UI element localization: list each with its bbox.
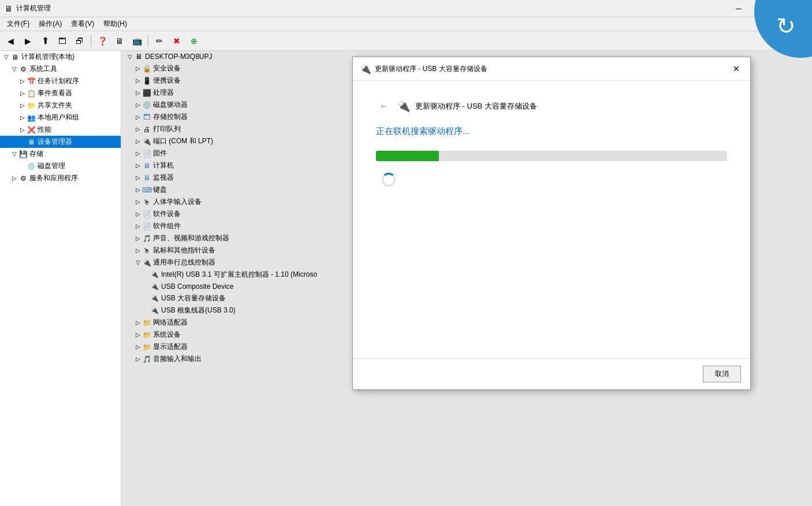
menu-action[interactable]: 操作(A) — [34, 18, 66, 30]
title-bar-controls: ─ □ ✕ — [725, 0, 807, 17]
perf-icon: ❌ — [27, 125, 36, 135]
expand-system-tools: ▽ — [10, 65, 18, 73]
perf-label: 性能 — [38, 125, 51, 135]
tree-event-viewer[interactable]: ▷ 📋 事件查看器 — [0, 87, 121, 99]
toolbar-separator-1 — [91, 35, 91, 47]
dialog-nav-title: 更新驱动程序 - USB 大容量存储设备 — [415, 101, 537, 111]
services-label: 服务和应用程序 — [29, 173, 78, 183]
dialog-title-text: 更新驱动程序 - USB 大容量存储设备 — [375, 64, 729, 74]
dialog-back-button[interactable]: ← — [376, 98, 392, 114]
dialog-close-button[interactable]: ✕ — [729, 62, 743, 76]
toolbar-new-window[interactable]: 🗗 — [72, 33, 88, 49]
tree-local-users[interactable]: ▷ 👥 本地用户和组 — [0, 111, 121, 124]
menu-help[interactable]: 帮助(H) — [99, 18, 132, 30]
toolbar: ◀ ▶ ⬆ 🗔 🗗 ❓ 🖥 📺 ✏ ✖ ⊕ — [0, 31, 812, 51]
dialog-footer: 取消 — [353, 358, 750, 389]
expand-perf: ▷ — [18, 126, 27, 134]
tree-expand-root: ▽ — [2, 53, 10, 61]
dialog-title-icon: 🔌 — [360, 64, 370, 74]
dialog-body: ← 🔌 更新驱动程序 - USB 大容量存储设备 正在联机搜索驱动程序... — [353, 81, 750, 358]
loading-spinner — [382, 173, 396, 187]
device-label: 设备管理器 — [38, 137, 72, 147]
progress-bar-fill — [376, 151, 439, 161]
computer-icon: 🖥 — [10, 53, 20, 62]
menu-file[interactable]: 文件(F) — [2, 18, 34, 30]
title-bar: 🖥 计算机管理 ─ □ ✕ — [0, 0, 812, 17]
maximize-button[interactable]: □ — [753, 0, 780, 17]
expand-device — [18, 138, 27, 146]
system-tools-icon: ⚙ — [18, 65, 28, 74]
event-icon: 📋 — [27, 89, 36, 98]
users-label: 本地用户和组 — [38, 113, 79, 122]
menu-view[interactable]: 查看(V) — [66, 18, 99, 30]
expand-users: ▷ — [18, 114, 27, 122]
minimize-button[interactable]: ─ — [725, 0, 752, 17]
toolbar-add[interactable]: ⊕ — [186, 33, 202, 49]
tree-root-label: 计算机管理(本地) — [21, 52, 75, 62]
tree-performance[interactable]: ▷ ❌ 性能 — [0, 124, 121, 136]
shared-label: 共享文件夹 — [38, 101, 72, 110]
tree-disk-mgmt[interactable]: 💿 磁盘管理 — [0, 160, 121, 172]
left-panel: ▽ 🖥 计算机管理(本地) ▽ ⚙ 系统工具 ▷ 📅 任务计划程序 ▷ 📋 事件… — [0, 51, 121, 506]
expand-event: ▷ — [18, 90, 27, 98]
main-layout: ▽ 🖥 计算机管理(本地) ▽ ⚙ 系统工具 ▷ 📅 任务计划程序 ▷ 📋 事件… — [0, 51, 812, 506]
menu-bar: 文件(F) 操作(A) 查看(V) 帮助(H) — [0, 17, 812, 31]
dialog-nav-icon: 🔌 — [397, 99, 411, 113]
toolbar-edit[interactable]: ✏ — [151, 33, 167, 49]
task-label: 任务计划程序 — [38, 76, 79, 86]
expand-task: ▷ — [18, 77, 27, 85]
cancel-button[interactable]: 取消 — [703, 366, 741, 382]
expand-services: ▷ — [10, 174, 18, 183]
tree-task-scheduler[interactable]: ▷ 📅 任务计划程序 — [0, 75, 121, 87]
tree-root[interactable]: ▽ 🖥 计算机管理(本地) — [0, 51, 121, 63]
expand-disk — [18, 162, 27, 170]
expand-storage: ▽ — [10, 150, 18, 158]
device-icon: 🖥 — [27, 137, 36, 147]
system-tools-label: 系统工具 — [29, 64, 57, 74]
storage-label: 存储 — [29, 149, 43, 159]
disk-label: 磁盘管理 — [38, 161, 65, 171]
toolbar-up[interactable]: ⬆ — [37, 33, 53, 49]
toolbar-back[interactable]: ◀ — [2, 33, 18, 49]
expand-shared: ▷ — [18, 102, 27, 110]
progress-bar-container — [376, 151, 727, 161]
toolbar-help[interactable]: ❓ — [94, 33, 110, 49]
dialog-overlay: 🔌 更新驱动程序 - USB 大容量存储设备 ✕ ← 🔌 更新驱动程序 - US… — [121, 51, 812, 506]
users-icon: 👥 — [27, 113, 36, 122]
update-driver-dialog: 🔌 更新驱动程序 - USB 大容量存储设备 ✕ ← 🔌 更新驱动程序 - US… — [352, 57, 751, 390]
disk-icon: 💿 — [27, 162, 36, 171]
shared-icon: 📁 — [27, 101, 36, 110]
search-status-text: 正在联机搜索驱动程序... — [376, 126, 727, 137]
tree-shared-folders[interactable]: ▷ 📁 共享文件夹 — [0, 99, 121, 111]
title-bar-text: 计算机管理 — [16, 3, 51, 13]
dialog-nav: ← 🔌 更新驱动程序 - USB 大容量存储设备 — [376, 98, 727, 114]
toolbar-computer[interactable]: 🖥 — [111, 33, 128, 49]
toolbar-separator-2 — [148, 35, 148, 47]
toolbar-forward[interactable]: ▶ — [20, 33, 36, 49]
toolbar-show-hide[interactable]: 🗔 — [54, 33, 70, 49]
tree-device-manager[interactable]: 🖥 设备管理器 — [0, 136, 121, 148]
storage-icon: 💾 — [18, 150, 28, 159]
event-label: 事件查看器 — [38, 88, 72, 98]
services-icon: ⚙ — [18, 174, 28, 183]
tree-storage[interactable]: ▽ 💾 存储 — [0, 148, 121, 160]
dialog-title-bar: 🔌 更新驱动程序 - USB 大容量存储设备 ✕ — [353, 57, 750, 81]
toolbar-monitor[interactable]: 📺 — [129, 33, 145, 49]
toolbar-delete[interactable]: ✖ — [169, 33, 185, 49]
close-button[interactable]: ✕ — [781, 0, 807, 17]
tree-services[interactable]: ▷ ⚙ 服务和应用程序 — [0, 172, 121, 184]
tree-system-tools[interactable]: ▽ ⚙ 系统工具 — [0, 63, 121, 75]
title-bar-icon: 🖥 — [5, 4, 13, 13]
task-icon: 📅 — [27, 77, 36, 86]
right-panel: ▽ 🖥 DESKTOP-M3Q8UPJ ▷ 🔒 安全设备 ▷ 📱 便携设备 ▷ … — [121, 51, 812, 506]
